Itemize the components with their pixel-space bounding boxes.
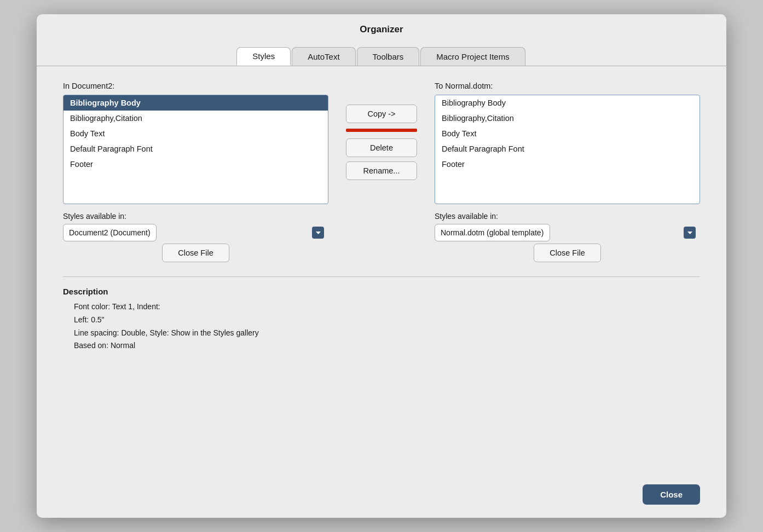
- list-item[interactable]: Body Text: [63, 126, 328, 141]
- description-title: Description: [63, 287, 700, 296]
- list-item[interactable]: Bibliography Body: [435, 95, 700, 111]
- tab-toolbars[interactable]: Toolbars: [357, 47, 420, 66]
- two-panel: In Document2: Bibliography Body Bibliogr…: [63, 82, 700, 267]
- right-panel: To Normal.dotm: Bibliography Body Biblio…: [435, 82, 700, 267]
- rename-button[interactable]: Rename...: [346, 161, 417, 180]
- left-panel-label: In Document2:: [63, 82, 328, 90]
- right-styles-available-label: Styles available in:: [435, 212, 700, 221]
- red-bar-divider: [346, 129, 417, 132]
- tab-macro-project[interactable]: Macro Project Items: [420, 47, 525, 66]
- description-line1: Font color: Text 1, Indent:: [74, 300, 700, 314]
- tab-bar: Styles AutoText Toolbars Macro Project I…: [37, 42, 726, 66]
- left-close-file-row: Close File: [63, 244, 328, 262]
- right-dropdown-wrapper: Normal.dotm (global template): [435, 224, 700, 241]
- list-item[interactable]: Default Paragraph Font: [435, 141, 700, 157]
- left-panel: In Document2: Bibliography Body Bibliogr…: [63, 82, 328, 267]
- list-item[interactable]: Body Text: [435, 126, 700, 141]
- tab-styles[interactable]: Styles: [236, 47, 291, 66]
- description-text: Font color: Text 1, Indent: Left: 0.5" L…: [63, 300, 700, 352]
- content-area: In Document2: Bibliography Body Bibliogr…: [37, 66, 726, 476]
- svg-marker-1: [687, 232, 692, 234]
- list-item[interactable]: Footer: [435, 157, 700, 172]
- dialog-footer: Close: [37, 476, 726, 518]
- dropdown-arrow-icon: [312, 227, 324, 239]
- list-item[interactable]: Default Paragraph Font: [63, 141, 328, 157]
- right-close-file-button[interactable]: Close File: [534, 244, 600, 262]
- list-item[interactable]: Bibliography,Citation: [63, 111, 328, 126]
- section-divider: [63, 276, 700, 277]
- list-item[interactable]: Bibliography,Citation: [435, 111, 700, 126]
- organizer-dialog: Organizer Styles AutoText Toolbars Macro…: [37, 14, 726, 518]
- description-line3: Line spacing: Double, Style: Show in the…: [74, 327, 700, 340]
- left-dropdown-wrapper: Document2 (Document): [63, 224, 328, 241]
- copy-button[interactable]: Copy ->: [346, 105, 417, 123]
- right-panel-label: To Normal.dotm:: [435, 82, 700, 90]
- close-button[interactable]: Close: [643, 484, 700, 505]
- svg-marker-0: [316, 232, 321, 234]
- left-style-list: Bibliography Body Bibliography,Citation …: [63, 95, 328, 204]
- description-line2: Left: 0.5": [74, 314, 700, 327]
- right-close-file-row: Close File: [435, 244, 700, 262]
- dropdown-arrow-icon: [684, 227, 696, 239]
- left-styles-available-label: Styles available in:: [63, 212, 328, 221]
- delete-button[interactable]: Delete: [346, 138, 417, 157]
- dialog-title: Organizer: [37, 14, 726, 42]
- right-dropdown[interactable]: Normal.dotm (global template): [435, 224, 550, 241]
- left-dropdown[interactable]: Document2 (Document): [63, 224, 157, 241]
- right-style-list: Bibliography Body Bibliography,Citation …: [435, 95, 700, 204]
- description-line4: Based on: Normal: [74, 339, 700, 352]
- middle-panel: Copy -> Delete Rename...: [328, 82, 435, 180]
- list-item[interactable]: Footer: [63, 157, 328, 172]
- tab-autotext[interactable]: AutoText: [292, 47, 355, 66]
- description-section: Description Font color: Text 1, Indent: …: [63, 287, 700, 352]
- list-item[interactable]: Bibliography Body: [63, 95, 328, 111]
- left-close-file-button[interactable]: Close File: [162, 244, 229, 262]
